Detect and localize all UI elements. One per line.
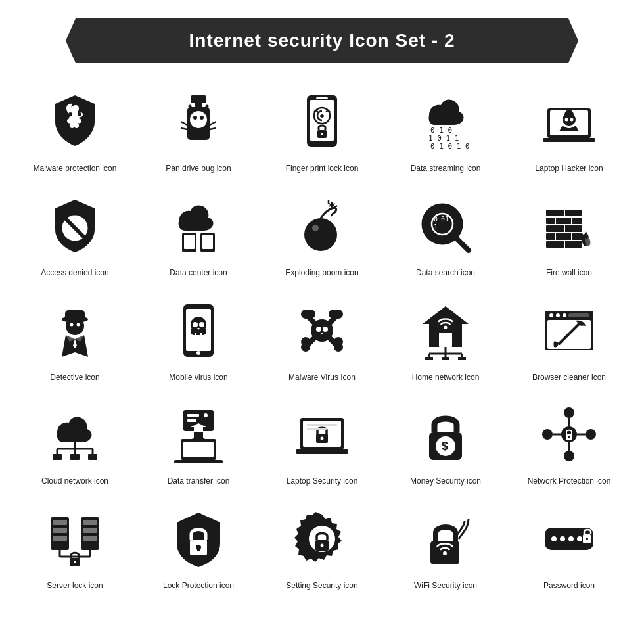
home-network-cell: Home network icon [384,285,507,390]
mobile-virus-label: Mobile virus icon [169,372,227,383]
svg-rect-2 [191,95,206,103]
svg-rect-84 [439,333,452,347]
detective-icon [39,294,111,367]
svg-point-38 [312,225,319,231]
svg-rect-144 [83,528,97,533]
browser-cleaner-icon [533,294,605,367]
svg-point-27 [565,118,568,122]
data-transfer-icon [162,398,235,471]
svg-rect-145 [83,536,97,541]
svg-rect-35 [202,235,213,249]
svg-point-72 [301,337,310,346]
svg-rect-123 [307,428,327,430]
svg-line-12 [181,122,187,125]
svg-point-10 [189,105,192,108]
data-search-label: Data search icon [416,267,475,279]
svg-point-129 [564,451,574,461]
password-icon [533,503,605,575]
page-title: Internet security Icon Set - 2 [189,30,455,51]
password-label: Password icon [543,580,595,591]
svg-rect-112 [187,419,196,422]
svg-line-15 [210,128,216,129]
data-streaming-label: Data streaming icon [411,163,481,174]
home-network-icon [409,294,482,367]
setting-security-icon [286,503,358,575]
svg-point-98 [556,313,560,317]
browser-cleaner-label: Browser cleaner icon [532,372,606,383]
icon-grid: Malware protection icon [13,76,631,598]
svg-point-113 [204,413,208,417]
svg-line-13 [181,128,187,129]
pan-drive-bug-icon [162,85,235,158]
malware-virus-label: Malware Virus Icon [288,372,356,383]
data-center-label: Data center icon [170,267,227,279]
svg-text:1: 1 [434,223,438,231]
svg-rect-56 [571,233,572,240]
svg-point-85 [444,325,448,329]
access-denied-cell: Access denied icon [13,181,137,285]
svg-point-1 [78,112,81,116]
svg-rect-154 [197,547,200,551]
svg-point-11 [206,105,209,108]
svg-text:0 1 0 1 0: 0 1 0 1 0 [430,142,470,150]
server-lock-icon [39,503,111,575]
svg-text:$: $ [442,440,448,453]
svg-point-130 [542,429,553,440]
svg-rect-51 [564,210,565,216]
svg-rect-53 [571,218,572,224]
svg-rect-139 [53,520,67,525]
money-security-icon: $ [409,398,482,471]
finger-print-lock-icon [286,85,358,158]
svg-text:01: 01 [441,216,449,223]
cloud-network-icon [39,398,111,471]
svg-point-20 [321,133,323,135]
page: Internet security Icon Set - 2 Malware p… [0,0,644,644]
network-protection-icon [533,398,605,471]
svg-rect-141 [53,536,67,541]
svg-point-99 [563,313,566,317]
svg-point-6 [193,116,197,120]
browser-cleaner-cell: Browser cleaner icon [507,285,631,390]
svg-point-62 [77,323,80,326]
cloud-network-cell: Cloud network icon [13,389,137,494]
svg-rect-52 [555,218,556,224]
svg-point-68 [193,322,198,327]
laptop-security-icon [286,398,358,471]
data-center-cell: Data center icon [137,181,260,285]
svg-point-0 [68,112,72,116]
svg-rect-111 [187,414,199,417]
svg-point-74 [329,310,338,319]
exploding-boom-icon [286,190,358,262]
svg-rect-26 [543,138,595,142]
svg-rect-34 [184,235,195,249]
svg-point-77 [334,337,343,346]
svg-point-161 [551,536,557,541]
svg-point-81 [316,327,321,332]
svg-point-163 [568,536,574,541]
svg-rect-100 [568,313,589,317]
laptop-security-cell: Laptop Security icon [260,389,384,494]
svg-rect-143 [83,520,97,525]
svg-rect-107 [53,454,62,460]
setting-security-label: Setting Security icon [286,580,357,591]
pan-drive-bug-label: Pan drive bug icon [166,163,231,174]
svg-rect-55 [555,233,556,240]
svg-rect-115 [183,442,214,457]
svg-point-66 [196,351,200,355]
svg-rect-92 [442,357,449,360]
cloud-network-label: Cloud network icon [41,476,108,487]
svg-point-121 [321,437,324,440]
lock-protection-icon [162,503,235,575]
detective-cell: Detective icon [13,285,137,390]
svg-point-157 [321,544,324,547]
malware-protection-cell: Malware protection icon [13,76,137,181]
data-streaming-cell: 0 1 0 1 0 1 1 0 1 0 1 0 Data streaming i… [384,76,507,181]
fire-wall-label: Fire wall icon [546,267,592,279]
data-streaming-icon: 0 1 0 1 0 1 1 0 1 0 1 0 [409,85,482,158]
wifi-security-icon [409,503,482,575]
svg-rect-47 [546,218,582,224]
laptop-hacker-label: Laptop Hacker icon [535,163,603,174]
svg-rect-57 [564,241,565,248]
svg-point-131 [586,429,596,440]
svg-point-5 [190,111,207,128]
